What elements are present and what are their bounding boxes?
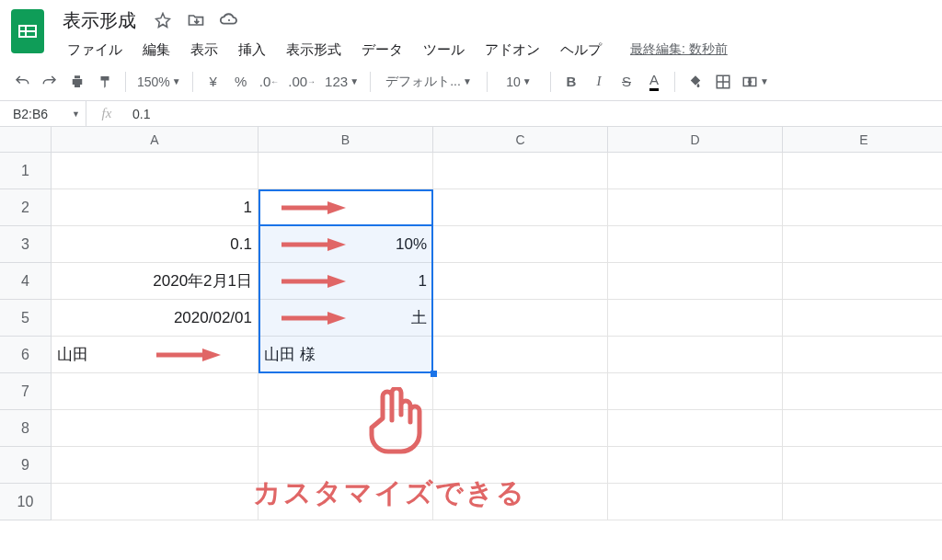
font-dropdown[interactable]: デフォルト...▼ bbox=[378, 69, 479, 95]
undo-icon[interactable] bbox=[9, 69, 35, 95]
font-size-dropdown[interactable]: 10▼ bbox=[495, 69, 543, 95]
cell[interactable] bbox=[608, 337, 783, 373]
cell[interactable] bbox=[783, 373, 942, 410]
row-header[interactable]: 1 bbox=[0, 153, 52, 189]
cell[interactable] bbox=[608, 447, 783, 484]
cell[interactable] bbox=[258, 153, 433, 189]
row-header[interactable]: 6 bbox=[0, 337, 52, 373]
cell[interactable] bbox=[433, 410, 608, 447]
cell[interactable] bbox=[433, 189, 608, 226]
name-box[interactable]: B2:B6▼ bbox=[7, 101, 86, 126]
cell[interactable] bbox=[783, 189, 942, 226]
cell[interactable] bbox=[783, 337, 942, 373]
fill-color-icon[interactable] bbox=[683, 69, 708, 95]
cell[interactable] bbox=[783, 153, 942, 189]
row-header[interactable]: 5 bbox=[0, 300, 52, 337]
spreadsheet-grid[interactable]: ABCDE 12345678910 100000.110%2020年2月1日12… bbox=[0, 127, 942, 153]
cell[interactable]: 2020/02/01 bbox=[52, 300, 258, 337]
cell[interactable] bbox=[608, 263, 783, 300]
column-header[interactable]: A bbox=[52, 127, 258, 153]
column-header[interactable]: E bbox=[783, 127, 942, 153]
cell[interactable] bbox=[608, 300, 783, 337]
paint-format-icon[interactable] bbox=[92, 69, 118, 95]
column-header[interactable]: C bbox=[433, 127, 608, 153]
star-icon[interactable] bbox=[153, 10, 173, 30]
menu-format[interactable]: 表示形式 bbox=[278, 39, 350, 62]
bold-button[interactable]: B bbox=[558, 69, 584, 95]
cell[interactable] bbox=[783, 300, 942, 337]
cell[interactable] bbox=[433, 263, 608, 300]
menu-addons[interactable]: アドオン bbox=[477, 39, 548, 62]
cell[interactable] bbox=[433, 337, 608, 373]
cell[interactable]: 10% bbox=[258, 226, 433, 263]
row-header[interactable]: 3 bbox=[0, 226, 52, 263]
column-header[interactable]: B bbox=[258, 127, 433, 153]
print-icon[interactable] bbox=[64, 69, 90, 95]
cell[interactable]: 土 bbox=[258, 300, 433, 337]
cell[interactable] bbox=[52, 447, 258, 484]
cell[interactable] bbox=[608, 410, 783, 447]
currency-yen-button[interactable]: ¥ bbox=[201, 69, 226, 95]
italic-button[interactable]: I bbox=[586, 69, 612, 95]
cell[interactable] bbox=[608, 484, 783, 520]
cell[interactable] bbox=[608, 373, 783, 410]
cell[interactable]: 山田 bbox=[52, 337, 258, 373]
row-header[interactable]: 2 bbox=[0, 189, 52, 226]
cell[interactable] bbox=[433, 153, 608, 189]
menu-edit[interactable]: 編集 bbox=[134, 39, 178, 62]
text-color-button[interactable]: A bbox=[641, 69, 667, 95]
cell[interactable]: 0.1 bbox=[52, 226, 258, 263]
cloud-icon[interactable] bbox=[219, 10, 239, 30]
cell[interactable]: 1 bbox=[52, 189, 258, 226]
cell[interactable] bbox=[608, 226, 783, 263]
cell[interactable] bbox=[783, 410, 942, 447]
menu-view[interactable]: 表示 bbox=[182, 39, 226, 62]
cell[interactable] bbox=[433, 373, 608, 410]
menu-file[interactable]: ファイル bbox=[59, 39, 131, 62]
redo-icon[interactable] bbox=[37, 69, 63, 95]
cell[interactable] bbox=[52, 153, 258, 189]
row-header[interactable]: 4 bbox=[0, 263, 52, 300]
menu-tools[interactable]: ツール bbox=[415, 39, 473, 62]
row-header[interactable]: 9 bbox=[0, 447, 52, 484]
zoom-dropdown[interactable]: 150%▼ bbox=[133, 69, 185, 95]
callout-text: カスタマイズできる bbox=[253, 474, 526, 512]
cell[interactable] bbox=[52, 410, 258, 447]
row-header[interactable]: 10 bbox=[0, 484, 52, 520]
column-header[interactable]: D bbox=[608, 127, 783, 153]
cell[interactable] bbox=[783, 447, 942, 484]
last-edit-link[interactable]: 最終編集: 数秒前 bbox=[630, 41, 728, 58]
cell[interactable] bbox=[608, 189, 783, 226]
increase-decimal-button[interactable]: .00→ bbox=[284, 69, 319, 95]
menu-insert[interactable]: 挿入 bbox=[230, 39, 274, 62]
merge-cells-icon[interactable]: ▼ bbox=[738, 69, 773, 95]
select-all-corner[interactable] bbox=[0, 127, 52, 153]
toolbar: 150%▼ ¥ % .0← .00→ 123▼ デフォルト...▼ 10▼ B … bbox=[0, 63, 942, 101]
sheets-logo[interactable] bbox=[9, 7, 46, 55]
cell[interactable] bbox=[608, 153, 783, 189]
cell[interactable] bbox=[433, 300, 608, 337]
cell[interactable]: 2020年2月1日 bbox=[52, 263, 258, 300]
cell[interactable]: 1 bbox=[258, 263, 433, 300]
pointer-hand-icon bbox=[362, 387, 427, 470]
cell[interactable] bbox=[783, 484, 942, 520]
borders-icon[interactable] bbox=[710, 69, 736, 95]
row-header[interactable]: 8 bbox=[0, 410, 52, 447]
document-title[interactable]: 表示形成 bbox=[59, 6, 140, 35]
number-format-dropdown[interactable]: 123▼ bbox=[321, 69, 362, 95]
cell[interactable] bbox=[52, 484, 258, 520]
cell[interactable] bbox=[52, 373, 258, 410]
cell[interactable] bbox=[433, 226, 608, 263]
cell[interactable] bbox=[783, 226, 942, 263]
menu-data[interactable]: データ bbox=[353, 39, 411, 62]
menu-help[interactable]: ヘルプ bbox=[552, 39, 610, 62]
percent-button[interactable]: % bbox=[228, 69, 254, 95]
formula-bar[interactable]: 0.1 bbox=[127, 107, 150, 121]
strike-button[interactable]: S bbox=[614, 69, 639, 95]
decrease-decimal-button[interactable]: .0← bbox=[256, 69, 283, 95]
cell[interactable]: 0000 bbox=[258, 189, 433, 226]
cell[interactable] bbox=[783, 263, 942, 300]
move-folder-icon[interactable] bbox=[186, 10, 206, 30]
cell[interactable]: 山田 様 bbox=[258, 337, 433, 373]
row-header[interactable]: 7 bbox=[0, 373, 52, 410]
